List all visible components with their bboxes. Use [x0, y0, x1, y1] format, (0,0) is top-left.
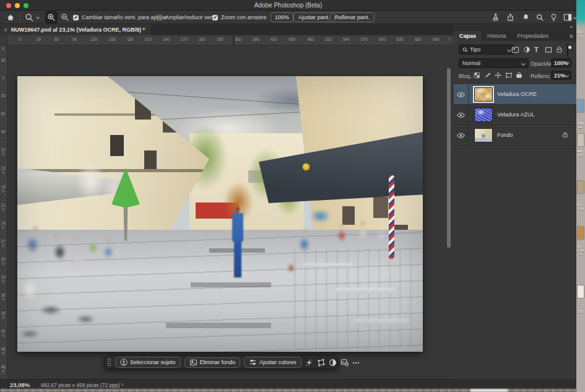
ruler-label: 480	[1, 365, 6, 373]
layer-thumbnail[interactable]	[474, 128, 493, 142]
layer-thumbnail[interactable]	[474, 108, 493, 122]
share-icon[interactable]	[506, 11, 514, 24]
horizontal-ruler[interactable]: 0 30 60 90 120 150 180 210 240 270 300 3…	[7, 35, 454, 45]
checkbox-icon[interactable]	[212, 15, 218, 20]
ruler-label: 510	[325, 37, 332, 41]
filter-shape-layers-icon[interactable]	[545, 46, 552, 53]
ruler-label: 300	[199, 37, 206, 41]
select-subject-button[interactable]: Seleccionar sujeto	[115, 357, 181, 368]
blend-mode-select[interactable]: Normal	[459, 58, 529, 68]
adjust-colors-button[interactable]: Ajustar colores	[244, 357, 301, 368]
image-settings-icon[interactable]	[340, 357, 349, 367]
status-chevron-icon[interactable]: ›	[121, 381, 123, 388]
zoom-tool-preset[interactable]	[25, 11, 39, 24]
desktop-icon[interactable]	[577, 226, 584, 240]
ruler-label: 630	[397, 37, 404, 41]
desktop-icon[interactable]	[577, 180, 584, 194]
discover-lightbulb-icon[interactable]	[550, 11, 558, 24]
layer-visibility-eye-icon[interactable]	[454, 84, 469, 105]
generative-sparkle-icon[interactable]	[305, 357, 313, 367]
layer-row[interactable]: Fondo	[454, 125, 576, 146]
desktop-thumbnail	[577, 226, 584, 240]
lock-pixels-brush-icon[interactable]	[484, 72, 491, 79]
fill-field[interactable]: 21%	[551, 71, 571, 80]
ruler-label: 330	[1, 276, 6, 284]
desktop-thumbnail	[577, 99, 584, 113]
lock-all-icon[interactable]	[516, 71, 522, 79]
ruler-label: 150	[1, 167, 6, 175]
remove-background-button[interactable]: Eliminar fondo	[184, 357, 241, 368]
ruler-label: 180	[1, 185, 6, 193]
document-tab[interactable]: × NUW16647.psd al 23,1% (Veladura OCRE, …	[0, 24, 151, 35]
checkbox-icon[interactable]	[73, 15, 79, 20]
desktop-icon[interactable]: clo 133	[577, 30, 584, 38]
desktop-icon-label: tur ..1. 8x1	[577, 245, 584, 256]
desktop-icon[interactable]	[577, 99, 584, 113]
expand-panels-icon[interactable]: »	[570, 24, 572, 30]
lock-artboard-icon[interactable]	[505, 72, 513, 79]
panel-menu-icon[interactable]: ≡	[570, 33, 573, 40]
filter-type-layers-icon[interactable]: T	[534, 46, 539, 53]
zoom-percent-field[interactable]: 100%	[271, 11, 293, 24]
option-checkbox[interactable]: Ampliar/reducir vent.	[157, 11, 217, 24]
lock-position-icon[interactable]	[495, 72, 501, 79]
desktop-icon[interactable]: tur ..1. 8x1	[577, 245, 584, 256]
zoom-level[interactable]: 23,08%	[10, 381, 30, 388]
checkbox-icon[interactable]	[157, 15, 162, 20]
ruler-label: 570	[361, 37, 368, 41]
layer-name[interactable]: Veladura AZUL	[497, 111, 535, 118]
ruler-label: 180	[127, 37, 134, 41]
panel-tab[interactable]: Historia	[482, 31, 512, 41]
panel-tabs: ≡ Capas Historia Propiedades	[454, 31, 576, 41]
filter-toggle[interactable]	[567, 45, 568, 56]
checkbox-label: Zoom con arrastre	[221, 14, 267, 20]
notifications-bell-icon[interactable]	[522, 11, 530, 24]
desktop-icon[interactable]	[577, 133, 584, 147]
vertical-scrollbar[interactable]	[447, 68, 451, 248]
layer-visibility-eye-icon[interactable]	[454, 105, 469, 125]
layer-name[interactable]: Veladura OCRE	[497, 91, 537, 97]
vertical-ruler[interactable]: 0 30 0 30 60 90 120 150 180 210 240 270 …	[0, 45, 7, 379]
ruler-label: 0	[1, 76, 6, 81]
panel-tab[interactable]: Capas	[454, 31, 482, 41]
filter-adjustment-layers-icon[interactable]	[523, 46, 531, 53]
fill-screen-button[interactable]: Rellenar pant.	[330, 11, 375, 24]
search-icon[interactable]	[536, 11, 544, 24]
more-options-icon[interactable]: •••	[353, 357, 360, 367]
panel-tab[interactable]: Propiedades	[512, 31, 555, 41]
option-checkbox[interactable]: Cambiar tamaño vent. para ajustar	[73, 11, 168, 24]
lock-transparency-icon[interactable]	[474, 72, 480, 79]
desktop-icon[interactable]: tur ...2 0x1	[577, 203, 584, 214]
adjustment-half-circle-icon[interactable]	[329, 357, 337, 367]
ruler-label: 30	[1, 59, 6, 63]
layer-thumbnail[interactable]	[474, 87, 493, 102]
filter-smart-objects-icon[interactable]	[556, 46, 563, 53]
desktop-icon[interactable]	[577, 285, 584, 298]
desktop-icon[interactable]: Dipl an	[577, 121, 584, 129]
home-button[interactable]	[6, 11, 15, 24]
ruler-label: 90	[72, 37, 77, 41]
zoom-in-tool-button[interactable]	[46, 11, 57, 24]
layer-filter-select[interactable]: Tipo	[459, 45, 514, 54]
divider	[20, 12, 20, 22]
option-checkbox[interactable]: Zoom con arrastre	[212, 11, 267, 24]
desktop-icon[interactable]: 152	[577, 310, 584, 313]
opacity-field[interactable]: 100%	[551, 58, 571, 68]
layer-row[interactable]: Veladura OCRE	[454, 84, 576, 105]
checkbox-label: Cambiar tamaño vent. para ajustar	[82, 14, 168, 20]
layer-row[interactable]: Veladura AZUL	[454, 105, 576, 125]
zoom-out-tool-button[interactable]	[61, 11, 69, 24]
desktop-icon[interactable]: ave .35	[577, 149, 584, 157]
drag-handle[interactable]	[107, 358, 111, 367]
filter-pixel-layers-icon[interactable]	[511, 46, 519, 53]
canvas-photo[interactable]	[17, 76, 423, 352]
window-title: Adobe Photoshop (Beta)	[0, 2, 576, 9]
ruler-label: 360	[1, 294, 6, 302]
layer-visibility-eye-icon[interactable]	[454, 125, 469, 146]
transform-icon[interactable]	[317, 357, 325, 367]
workspace-switcher[interactable]	[563, 11, 576, 24]
close-tab-icon[interactable]: ×	[4, 27, 7, 33]
layer-name[interactable]: Fondo	[497, 132, 513, 138]
beta-flask-icon[interactable]	[492, 11, 500, 24]
fit-screen-button[interactable]: Ajustar pant.	[293, 11, 335, 24]
